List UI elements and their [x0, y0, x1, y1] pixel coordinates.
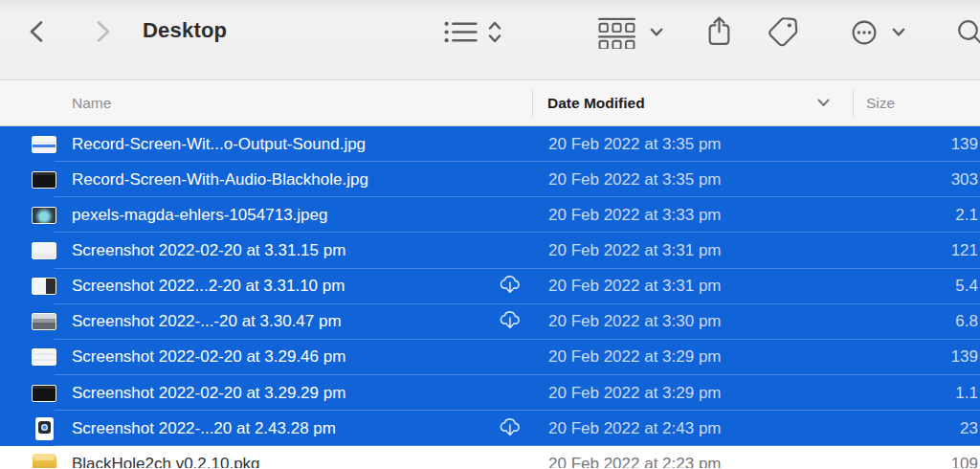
file-name: Screenshot 2022-02-20 at 3.29.29 pm — [72, 384, 345, 403]
pkg-icon — [32, 452, 56, 468]
file-size: 121 — [855, 241, 980, 260]
file-size: 303 — [855, 170, 980, 190]
toolbar: Desktop — [0, 0, 980, 80]
view-mode-button[interactable] — [443, 20, 479, 44]
photo-gray-icon — [32, 309, 56, 334]
file-row[interactable]: Record-Screen-Wit...o-Output-Sound.jpg20… — [0, 126, 980, 162]
share-button[interactable] — [705, 15, 733, 47]
file-row[interactable]: pexels-magda-ehlers-1054713.jpeg20 Feb 2… — [0, 197, 980, 233]
screenshot-split-icon — [32, 274, 56, 299]
file-name: Screenshot 2022-...-20 at 3.30.47 pm — [72, 312, 342, 331]
screenshot-black-icon — [32, 168, 56, 192]
group-by-button[interactable] — [597, 17, 636, 49]
file-date-modified: 20 Feb 2022 at 3:29 pm — [533, 384, 855, 403]
file-date-modified: 20 Feb 2022 at 3:35 pm — [533, 170, 855, 190]
column-header-size[interactable]: Size — [854, 80, 980, 125]
file-name-cell: Screenshot 2022...2-20 at 3.31.10 pm — [0, 274, 533, 299]
column-date-label: Date Modified — [547, 95, 645, 112]
file-size: 23 — [855, 419, 980, 438]
file-name-cell: Record-Screen-Wit...o-Output-Sound.jpg — [0, 132, 533, 157]
file-row[interactable]: Screenshot 2022-02-20 at 3.29.46 pm20 Fe… — [0, 340, 980, 375]
chevron-down-icon — [892, 28, 905, 37]
file-name: pexels-magda-ehlers-1054713.jpeg — [72, 206, 327, 225]
chevron-down-icon — [650, 28, 663, 37]
file-name-cell: BlackHole2ch v0.2.10.pkg — [0, 452, 533, 468]
file-name: Record-Screen-With-Audio-Blackhole.jpg — [72, 170, 368, 190]
back-button[interactable] — [26, 19, 51, 44]
more-chevron[interactable] — [892, 28, 905, 37]
file-name: Screenshot 2022-02-20 at 3.31.15 pm — [72, 241, 345, 260]
search-button[interactable] — [956, 18, 980, 47]
file-name-cell: pexels-magda-ehlers-1054713.jpeg — [0, 203, 533, 228]
screenshot-black2-icon — [32, 381, 56, 406]
tag-icon — [768, 16, 799, 48]
chevron-right-icon — [89, 19, 114, 44]
screenshot-blue-icon — [32, 132, 56, 157]
file-row[interactable]: Screenshot 2022-02-20 at 3.31.15 pm20 Fe… — [0, 233, 980, 268]
file-row[interactable]: Screenshot 2022-02-20 at 3.29.29 pm20 Fe… — [0, 375, 980, 411]
view-toggle-button[interactable] — [487, 18, 502, 46]
file-date-modified: 20 Feb 2022 at 3:31 pm — [533, 241, 855, 260]
file-size: 109 — [855, 455, 980, 468]
tags-button[interactable] — [768, 16, 799, 48]
file-name-cell: Record-Screen-With-Audio-Blackhole.jpg — [0, 168, 533, 192]
chevron-left-icon — [26, 19, 51, 44]
group-by-icon — [597, 17, 636, 49]
file-date-modified: 20 Feb 2022 at 3:30 pm — [533, 312, 855, 331]
file-list: Record-Screen-Wit...o-Output-Sound.jpg20… — [0, 126, 980, 468]
file-date-modified: 20 Feb 2022 at 3:31 pm — [533, 277, 855, 296]
list-column-header: Name Date Modified Size — [0, 80, 980, 126]
file-row[interactable]: BlackHole2ch v0.2.10.pkg20 Feb 2022 at 2… — [0, 446, 980, 468]
file-row[interactable]: Screenshot 2022-...20 at 2.43.28 pm 20 F… — [0, 411, 980, 446]
file-row[interactable]: Screenshot 2022...2-20 at 3.31.10 pm 20 … — [0, 269, 980, 304]
ellipsis-circle-icon — [851, 19, 878, 46]
file-name-cell: Screenshot 2022-...20 at 2.43.28 pm — [0, 416, 533, 441]
file-name: Screenshot 2022-...20 at 2.43.28 pm — [72, 419, 336, 438]
finder-window: Desktop — [0, 0, 980, 469]
photo-teal-icon — [32, 203, 56, 228]
file-date-modified: 20 Feb 2022 at 3:35 pm — [533, 135, 855, 154]
file-size: 2.1 — [855, 206, 980, 225]
list-view-icon — [443, 20, 479, 44]
file-date-modified: 20 Feb 2022 at 2:23 pm — [533, 455, 855, 468]
doc-preview-icon — [32, 416, 56, 441]
group-by-chevron[interactable] — [650, 28, 663, 37]
page-title: Desktop — [143, 18, 227, 43]
file-name: Screenshot 2022-02-20 at 3.29.46 pm — [72, 347, 345, 367]
file-name: Screenshot 2022...2-20 at 3.31.10 pm — [72, 277, 345, 296]
file-date-modified: 20 Feb 2022 at 3:33 pm — [533, 206, 855, 225]
file-date-modified: 20 Feb 2022 at 3:29 pm — [533, 347, 855, 367]
file-row[interactable]: Screenshot 2022-...-20 at 3.30.47 pm 20 … — [0, 304, 980, 340]
file-name-cell: Screenshot 2022-02-20 at 3.29.29 pm — [0, 381, 533, 406]
share-icon — [705, 15, 733, 47]
file-size: 139 — [855, 135, 980, 154]
column-header-name[interactable]: Name — [0, 80, 532, 125]
file-size: 5.4 — [855, 277, 980, 296]
chevron-down-icon — [817, 99, 830, 107]
column-name-label: Name — [72, 95, 111, 112]
file-size: 6.8 — [855, 312, 980, 331]
column-header-date-modified[interactable]: Date Modified — [533, 80, 853, 125]
file-date-modified: 20 Feb 2022 at 2:43 pm — [533, 419, 855, 438]
file-size: 139 — [855, 347, 980, 367]
file-row[interactable]: Record-Screen-With-Audio-Blackhole.jpg20… — [0, 162, 980, 197]
forward-button[interactable] — [89, 19, 114, 44]
more-button[interactable] — [851, 19, 878, 46]
screenshot-lines-icon — [32, 345, 56, 369]
search-icon — [956, 18, 980, 47]
file-name: Record-Screen-Wit...o-Output-Sound.jpg — [72, 135, 366, 154]
icloud-download-icon — [498, 274, 523, 299]
file-size: 1.1 — [855, 384, 980, 403]
screenshot-light-icon — [32, 238, 56, 263]
icloud-download-icon — [498, 416, 523, 441]
file-name-cell: Screenshot 2022-02-20 at 3.29.46 pm — [0, 345, 533, 369]
icloud-download-icon — [498, 309, 523, 334]
file-name-cell: Screenshot 2022-...-20 at 3.30.47 pm — [0, 309, 533, 334]
file-name-cell: Screenshot 2022-02-20 at 3.31.15 pm — [0, 238, 533, 263]
up-down-chevrons-icon — [487, 18, 502, 46]
column-size-label: Size — [866, 95, 895, 112]
file-name: BlackHole2ch v0.2.10.pkg — [72, 455, 260, 468]
